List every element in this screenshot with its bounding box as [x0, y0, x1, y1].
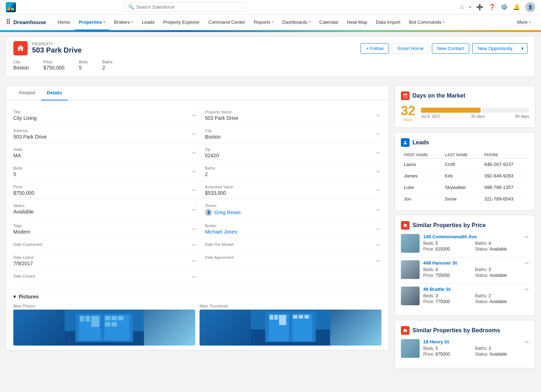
edit-icon[interactable]: ✏ — [376, 113, 380, 118]
grid-icon[interactable]: ⠿ — [6, 18, 10, 26]
edit-icon[interactable]: ✏ — [376, 132, 380, 137]
field-title: Title City Living ✏ — [13, 106, 197, 125]
svg-rect-9 — [80, 316, 84, 321]
edit-icon[interactable]: ✏ — [525, 260, 529, 266]
utility-bar: 🔍 ☆ ▾ ➕ ❓ ⚙️ 🔔 👤 — [0, 0, 541, 14]
property-name-link[interactable]: 145 Commonwealth Ave — [423, 234, 521, 239]
help-icon[interactable]: ❓ — [488, 4, 496, 10]
edit-icon[interactable]: ✏ — [525, 287, 529, 292]
edit-icon[interactable]: ✏ — [192, 132, 196, 137]
edit-icon[interactable]: ✏ — [192, 150, 196, 156]
search-icon: 🔍 — [128, 4, 134, 10]
nav-item-properties[interactable]: Properties ▾ — [75, 14, 109, 30]
col-last-name: LAST NAME — [442, 151, 482, 159]
nav-item-command-center[interactable]: Command Center — [204, 14, 250, 30]
col-phone: PHONE — [481, 151, 529, 159]
tab-details[interactable]: Details — [41, 86, 68, 100]
edit-icon[interactable]: ✏ — [376, 207, 380, 212]
col-first-name: FIRST NAME — [401, 151, 442, 159]
smart-home-button[interactable]: Smart Home — [392, 43, 429, 54]
main-thumbnail-item: Main Thumbnail — [200, 304, 381, 346]
edit-icon[interactable]: ✏ — [376, 258, 380, 263]
pictures-grid: Main Picture — [13, 304, 381, 346]
pictures-header[interactable]: ▾ Pictures — [13, 294, 381, 299]
meta-beds: Beds 5 — [79, 60, 88, 71]
property-name-link[interactable]: 448 Hanover St — [423, 260, 521, 266]
field-status: Status Available ✏ — [13, 200, 197, 220]
meta-city: City Boston — [13, 60, 29, 71]
edit-icon[interactable]: ✏ — [376, 243, 380, 248]
chevron-down-icon: ▾ — [443, 20, 444, 24]
lead-last-name: Croft — [442, 159, 482, 170]
property-title: 503 Park Drive — [32, 46, 82, 54]
edit-icon[interactable]: ✏ — [525, 234, 529, 240]
nav-item-data-import[interactable]: Data Import — [372, 14, 405, 30]
svg-rect-24 — [279, 315, 286, 325]
edit-icon[interactable]: ✏ — [192, 258, 196, 263]
settings-icon[interactable]: ⚙️ — [501, 4, 508, 10]
similar-by-bedrooms-card: Similar Properties by Bedrooms 18 Henry … — [395, 320, 535, 368]
utility-icons: ☆ ▾ ➕ ❓ ⚙️ 🔔 👤 — [459, 2, 535, 12]
edit-icon[interactable]: ✏ — [525, 339, 529, 345]
nav-item-bot-commands[interactable]: Bot Commands ▾ — [405, 14, 449, 30]
search-input[interactable] — [136, 4, 243, 10]
table-row: Laura Croft 646-267-9237 — [401, 159, 529, 170]
nav-item-property-explorer[interactable]: Property Explorer — [159, 14, 204, 30]
edit-icon[interactable]: ✏ — [376, 188, 380, 193]
beds-detail: Beds: 3 — [423, 293, 469, 298]
broker-link[interactable]: Michael Jones — [205, 229, 376, 235]
follow-button[interactable]: + Follow — [361, 43, 389, 54]
nav-item-leads[interactable]: Leads — [138, 14, 159, 30]
table-row: James Kirk 392-849-9283 — [401, 170, 529, 182]
property-info: 48 Brattle St Beds: 3 Baths: 2 Price: 77… — [423, 287, 521, 304]
dom-display: 32 days Jul 8, 2017 30 days 60 days — [401, 104, 529, 122]
nav-item-dashboards[interactable]: Dashboards ▾ — [278, 14, 315, 30]
property-name-link[interactable]: 48 Brattle St — [423, 287, 521, 292]
nav-item-brokers[interactable]: Brokers ▾ — [109, 14, 138, 30]
new-opportunity-button[interactable]: New Opportunity — [472, 43, 518, 54]
owner-avatar: 👤 — [205, 209, 212, 216]
notification-icon[interactable]: 🔔 — [513, 4, 520, 10]
edit-icon[interactable]: ✏ — [192, 243, 196, 248]
field-empty — [197, 270, 381, 283]
avatar[interactable]: 👤 — [525, 2, 535, 12]
edit-icon[interactable]: ✏ — [192, 169, 196, 174]
field-property-name: Property Name 503 Park Drive ✏ — [197, 106, 381, 125]
new-opportunity-dropdown[interactable]: ▾ — [518, 43, 528, 54]
details-form: Title City Living ✏ Property Name 503 Pa… — [6, 100, 389, 289]
nav-item-reports[interactable]: Reports ▾ — [250, 14, 278, 30]
nav-item-home[interactable]: Home — [53, 14, 75, 30]
nav-item-more[interactable]: More ▾ — [513, 14, 535, 30]
property-name-link[interactable]: 18 Henry St — [423, 339, 521, 344]
chevron-down-icon: ▾ — [103, 20, 105, 24]
property-item: 18 Henry St Beds: 5 Baths: 3 Price: 8750… — [401, 339, 529, 358]
edit-icon[interactable]: ✏ — [192, 274, 196, 279]
add-icon[interactable]: ➕ — [476, 4, 483, 10]
edit-icon[interactable]: ✏ — [376, 227, 380, 232]
svg-rect-23 — [274, 315, 278, 320]
nav-item-calendar[interactable]: Calendar — [315, 14, 343, 30]
owner-link[interactable]: Greg Rewis — [214, 209, 241, 215]
svg-rect-11 — [91, 316, 99, 327]
similar-beds-list: 18 Henry St Beds: 5 Baths: 3 Price: 8750… — [401, 339, 529, 358]
chevron-down-icon: ▾ — [131, 20, 133, 24]
edit-icon[interactable]: ✏ — [192, 113, 196, 118]
new-contact-button[interactable]: New Contact — [432, 43, 469, 54]
tab-related[interactable]: Related — [13, 86, 41, 100]
edit-icon[interactable]: ✏ — [376, 150, 380, 156]
edit-icon[interactable]: ✏ — [376, 169, 380, 174]
field-date-pre-market: Date Pre Market ✏ — [197, 239, 381, 252]
chevron-down-icon[interactable]: ▾ — [469, 5, 471, 9]
edit-icon[interactable]: ✏ — [192, 207, 196, 212]
tabs: Related Details — [6, 86, 389, 100]
edit-icon[interactable]: ✏ — [192, 227, 196, 232]
lead-first-name: James — [401, 170, 442, 182]
property-details: Beds: 4 Baths: 3 Price: 755000 Status: A… — [423, 267, 521, 278]
svg-rect-1 — [11, 4, 14, 7]
field-address: Address 503 Park Drive ✏ — [13, 125, 197, 144]
nav-item-heat-map[interactable]: Heat Map — [343, 14, 371, 30]
edit-icon[interactable]: ✏ — [192, 188, 196, 193]
property-item: 448 Hanover St Beds: 4 Baths: 3 Price: 7… — [401, 260, 529, 279]
main-thumbnail — [200, 310, 381, 346]
star-icon[interactable]: ☆ — [459, 4, 464, 10]
